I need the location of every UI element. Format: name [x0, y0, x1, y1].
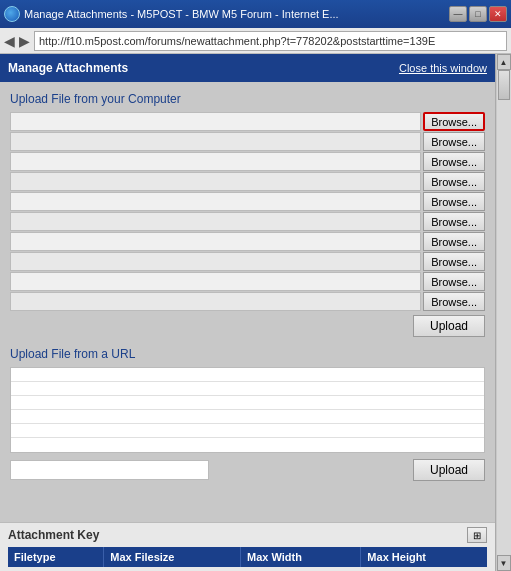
browse-button-9[interactable]: Browse... — [423, 272, 485, 291]
upload-computer-btn-area: Upload — [10, 315, 485, 337]
address-bar: ◀ ▶ — [0, 28, 511, 54]
scroll-up-arrow[interactable]: ▲ — [497, 54, 511, 70]
browse-button-2[interactable]: Browse... — [423, 132, 485, 151]
url-line-6 — [11, 438, 484, 452]
browse-button-6[interactable]: Browse... — [423, 212, 485, 231]
file-input-7[interactable] — [10, 232, 421, 251]
url-input-row: Upload — [10, 459, 485, 481]
browse-button-10[interactable]: Browse... — [423, 292, 485, 311]
ie-icon — [4, 6, 20, 22]
browse-button-3[interactable]: Browse... — [423, 152, 485, 171]
back-icon[interactable]: ◀ — [4, 33, 15, 49]
upload-computer-section: Upload File from your Computer — [10, 92, 485, 337]
browse-button-8[interactable]: Browse... — [423, 252, 485, 271]
file-input-4[interactable] — [10, 172, 421, 191]
scroll-down-arrow[interactable]: ▼ — [497, 555, 511, 571]
url-line-4 — [11, 410, 484, 424]
browse-button-1[interactable]: Browse... — [423, 112, 485, 131]
title-bar-left: Manage Attachments - M5POST - BMW M5 For… — [4, 6, 339, 22]
scrollbar: ▲ ▼ — [495, 54, 511, 571]
dialog-header: Manage Attachments Close this window — [0, 54, 495, 82]
url-line-2 — [11, 382, 484, 396]
attachment-key-title: Attachment Key — [8, 528, 99, 542]
key-table-header-row: Filetype Max Filesize Max Width Max Heig… — [8, 547, 487, 567]
upload-computer-button[interactable]: Upload — [413, 315, 485, 337]
title-buttons: — □ ✕ — [449, 6, 507, 22]
file-input-10[interactable] — [10, 292, 421, 311]
url-line-3 — [11, 396, 484, 410]
upload-url-section: Upload File from a URL Uplo — [10, 347, 485, 481]
minimize-button[interactable]: — — [449, 6, 467, 22]
file-input-6[interactable] — [10, 212, 421, 231]
url-textarea[interactable] — [10, 367, 485, 453]
attachment-key-table: Filetype Max Filesize Max Width Max Heig… — [8, 547, 487, 567]
col-max-filesize: Max Filesize — [104, 547, 241, 567]
window-title: Manage Attachments - M5POST - BMW M5 For… — [24, 8, 339, 20]
dialog-title: Manage Attachments — [8, 61, 128, 75]
scroll-thumb[interactable] — [498, 70, 510, 100]
file-input-9[interactable] — [10, 272, 421, 291]
col-filetype: Filetype — [8, 547, 104, 567]
file-input-8[interactable] — [10, 252, 421, 271]
url-line-5 — [11, 424, 484, 438]
url-line-1 — [11, 368, 484, 382]
close-window-button[interactable]: ✕ — [489, 6, 507, 22]
attachment-key-section: Attachment Key ⊞ Filetype Max Filesize M… — [0, 522, 495, 571]
file-inputs-column — [10, 112, 421, 311]
upload-url-button[interactable]: Upload — [413, 459, 485, 481]
dialog: Manage Attachments Close this window Upl… — [0, 54, 495, 571]
close-dialog-button[interactable]: Close this window — [399, 62, 487, 74]
main-container: Manage Attachments Close this window Upl… — [0, 54, 511, 571]
file-input-3[interactable] — [10, 152, 421, 171]
browse-button-7[interactable]: Browse... — [423, 232, 485, 251]
dialog-body: Upload File from your Computer — [0, 82, 495, 522]
maximize-button[interactable]: □ — [469, 6, 487, 22]
col-max-height: Max Height — [361, 547, 487, 567]
col-max-width: Max Width — [241, 547, 361, 567]
scroll-track[interactable] — [497, 70, 511, 555]
browse-button-4[interactable]: Browse... — [423, 172, 485, 191]
upload-url-label: Upload File from a URL — [10, 347, 485, 361]
url-single-input[interactable] — [10, 460, 209, 480]
attachment-key-icon[interactable]: ⊞ — [467, 527, 487, 543]
upload-computer-label: Upload File from your Computer — [10, 92, 485, 106]
file-input-1[interactable] — [10, 112, 421, 131]
title-bar: Manage Attachments - M5POST - BMW M5 For… — [0, 0, 511, 28]
file-input-2[interactable] — [10, 132, 421, 151]
content-area: Manage Attachments Close this window Upl… — [0, 54, 495, 571]
address-input[interactable] — [34, 31, 507, 51]
browse-buttons-column: Browse... Browse... Browse... Browse... … — [423, 112, 485, 311]
file-upload-area: Browse... Browse... Browse... Browse... … — [10, 112, 485, 311]
browse-button-5[interactable]: Browse... — [423, 192, 485, 211]
forward-icon[interactable]: ▶ — [19, 33, 30, 49]
attachment-key-header: Attachment Key ⊞ — [8, 527, 487, 543]
file-input-5[interactable] — [10, 192, 421, 211]
